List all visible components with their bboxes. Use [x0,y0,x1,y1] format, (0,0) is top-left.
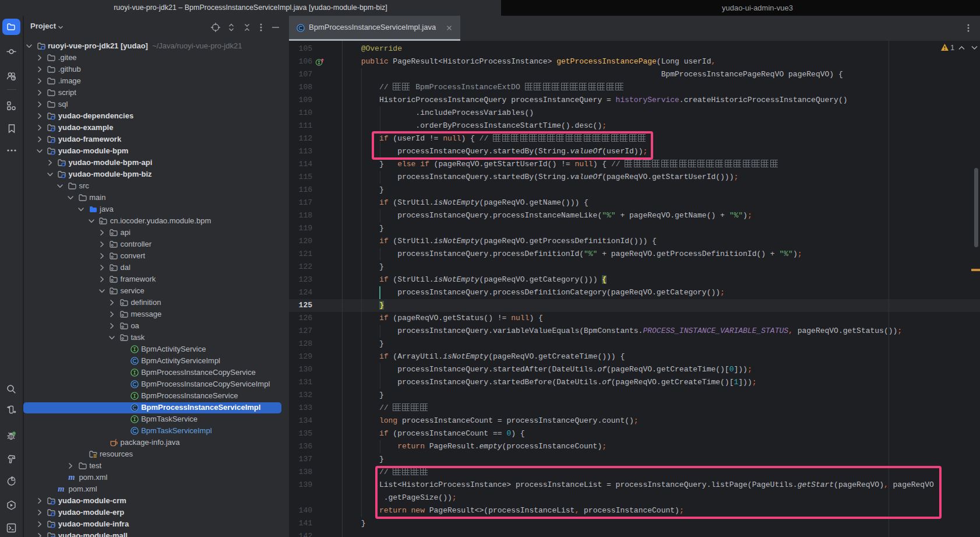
svg-text:?: ? [12,76,15,80]
